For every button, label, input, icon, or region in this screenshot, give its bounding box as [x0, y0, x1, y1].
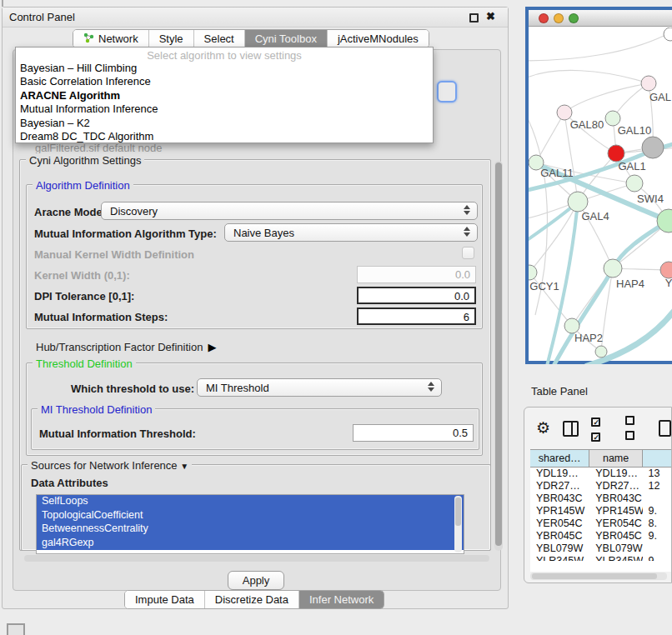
table-cell: YER054C: [530, 518, 589, 530]
tab-discretize-data[interactable]: Discretize Data: [205, 591, 299, 608]
attribute-item-topologicalcoefficient[interactable]: TopologicalCoefficient: [37, 509, 464, 523]
tab-impute-data[interactable]: Impute Data: [125, 591, 205, 608]
table-panel-window: ⚙ ✓✓ shared…name YDL19…YDL19…13YDR27…YDR…: [524, 407, 672, 583]
settings-horizontal-scrollbar[interactable]: [24, 555, 489, 562]
expand-right-icon: ▶: [208, 341, 216, 353]
which-threshold-value: MI Threshold: [206, 382, 269, 394]
mi-algorithm-type-label: Mutual Information Algorithm Type:: [34, 228, 217, 240]
table-body: YDL19…YDL19…13YDR27…YDR27…12YBR043CYBR04…: [530, 468, 672, 561]
network-node[interactable]: [568, 192, 588, 212]
network-window-titlebar[interactable]: [529, 10, 672, 27]
table-header-row: shared…name: [530, 449, 672, 468]
table-cell: YLR345W: [589, 555, 642, 561]
tab-label: Infer Network: [309, 593, 374, 606]
network-node[interactable]: [529, 265, 537, 280]
table-row[interactable]: YDR27…YDR27…12: [530, 480, 672, 492]
tab-select[interactable]: Select: [194, 30, 245, 48]
network-node[interactable]: [664, 28, 672, 41]
attributes-list-scrollbar[interactable]: [454, 496, 462, 552]
mi-steps-field[interactable]: 6: [357, 308, 476, 325]
column-header-shared[interactable]: shared…: [530, 450, 589, 467]
network-node[interactable]: [626, 175, 643, 192]
algorithm-option-mutual-information-inference[interactable]: Mutual Information Inference: [16, 102, 433, 116]
which-threshold-combo[interactable]: MI Threshold: [197, 378, 442, 397]
network-node[interactable]: [660, 262, 672, 278]
tab-label: jActiveMNodules: [338, 32, 419, 45]
algorithm-option-basic-correlation-inference[interactable]: Basic Correlation Inference: [16, 75, 433, 88]
network-edge[interactable]: [554, 221, 669, 364]
attribute-item-betweennesscentrality[interactable]: BetweennessCentrality: [37, 522, 464, 537]
manual-kernel-width-checkbox[interactable]: [462, 247, 474, 259]
collapse-down-icon: ▼: [180, 462, 188, 471]
attribute-item-gal4rgexp[interactable]: gal4RGexp: [37, 537, 464, 551]
table-row[interactable]: YER054CYER054C8.: [530, 518, 672, 530]
columns-icon[interactable]: [563, 421, 579, 437]
table-row[interactable]: YBL079WYBL079W: [530, 542, 672, 555]
tab-network[interactable]: Network: [73, 30, 149, 48]
table-cell: 12: [643, 480, 672, 492]
network-node[interactable]: [642, 137, 664, 158]
hub-transcription-factor-section[interactable]: Hub/Transcription Factor Definition▶: [36, 341, 216, 353]
table-horizontal-scrollbar[interactable]: [530, 572, 667, 580]
table-row[interactable]: YPR145WYPR145W9.: [530, 505, 672, 518]
sources-title-text: Sources for Network Inference: [31, 459, 178, 472]
close-icon[interactable]: ✖: [486, 10, 495, 22]
network-node-label: GAL10: [618, 124, 651, 137]
table-row[interactable]: YBR045CYBR045C9.: [530, 530, 672, 542]
network-canvas[interactable]: GALGAL80GAL10GAL1GAL11SWI4GAL4GCY1HAP4YH…: [529, 28, 672, 364]
network-edge[interactable]: [564, 83, 649, 112]
table-toolbar: ⚙ ✓✓: [536, 418, 671, 439]
network-node-label: HAP4: [616, 278, 644, 290]
float-window-icon[interactable]: [469, 13, 479, 22]
table-cell: YPR145W: [589, 505, 642, 518]
algorithm-dropdown-prompt: Select algorithm to view settings: [16, 48, 433, 62]
column-header-name[interactable]: name: [589, 450, 642, 467]
tab-jactivemnodules[interactable]: jActiveMNodules: [328, 30, 429, 48]
network-node[interactable]: [608, 145, 624, 162]
table-row[interactable]: YBR043CYBR043C: [530, 492, 672, 505]
data-attributes-list[interactable]: SelfLoopsTopologicalCoefficientBetweenne…: [36, 494, 464, 554]
table-cell: YBR043C: [530, 492, 589, 505]
tab-style[interactable]: Style: [149, 30, 194, 48]
network-node-label: GAL80: [570, 118, 604, 131]
settings-vertical-scrollbar[interactable]: [494, 161, 503, 551]
unchecked-boxes-icon[interactable]: [625, 413, 646, 443]
network-edge[interactable]: [529, 36, 664, 61]
algorithm-option-bayesian-k2[interactable]: Bayesian – K2: [16, 117, 433, 130]
network-node[interactable]: [641, 76, 656, 91]
table-row[interactable]: YLR345WYLR345W9.: [530, 555, 672, 561]
tab-label: Impute Data: [135, 593, 194, 606]
network-edge[interactable]: [529, 70, 649, 83]
tab-cyni-toolbox[interactable]: Cyni Toolbox: [245, 30, 328, 48]
minimize-traffic-light[interactable]: [554, 13, 564, 23]
aracne-mode-combo[interactable]: Discovery: [101, 202, 478, 220]
table-cell: YBR045C: [589, 530, 642, 542]
attribute-item-selfloops[interactable]: SelfLoops: [37, 495, 464, 509]
algorithm-option-dream8-dc-tdc-algorithm[interactable]: Dream8 DC_TDC Algorithm: [16, 130, 433, 143]
tab-label: Cyni Toolbox: [255, 32, 317, 45]
algorithm-option-bayesian-hill-climbing[interactable]: Bayesian – Hill Climbing: [16, 62, 433, 75]
tab-infer-network[interactable]: Infer Network: [299, 591, 384, 608]
table-cell: YDL19…: [589, 468, 642, 480]
table-row[interactable]: YDL19…YDL19…13: [530, 468, 672, 480]
apply-button[interactable]: Apply: [228, 571, 284, 590]
gear-icon[interactable]: ⚙: [536, 420, 550, 437]
mi-threshold-field[interactable]: 0.5: [353, 424, 474, 442]
checked-boxes-icon[interactable]: ✓✓: [591, 413, 612, 443]
focused-help-button[interactable]: [437, 81, 457, 102]
page-icon[interactable]: [659, 420, 671, 437]
zoom-traffic-light[interactable]: [569, 13, 579, 23]
table-cell: YER054C: [589, 518, 642, 530]
close-traffic-light[interactable]: [539, 13, 549, 23]
dpi-tolerance-field[interactable]: 0.0: [357, 287, 476, 304]
stepper-arrows-icon: [464, 205, 471, 215]
network-node[interactable]: [604, 259, 622, 278]
mi-algorithm-type-combo[interactable]: Naive Bayes: [224, 223, 478, 242]
sources-title[interactable]: Sources for Network Inference ▼: [28, 459, 192, 472]
algorithm-option-aracne-algorithm[interactable]: ARACNE Algorithm: [16, 89, 433, 102]
network-node[interactable]: [595, 346, 607, 358]
minimized-panel-icon[interactable]: [7, 623, 25, 635]
column-header-2[interactable]: [643, 450, 672, 467]
tab-label: Network: [98, 32, 138, 45]
network-node-label: SWI4: [637, 192, 664, 205]
